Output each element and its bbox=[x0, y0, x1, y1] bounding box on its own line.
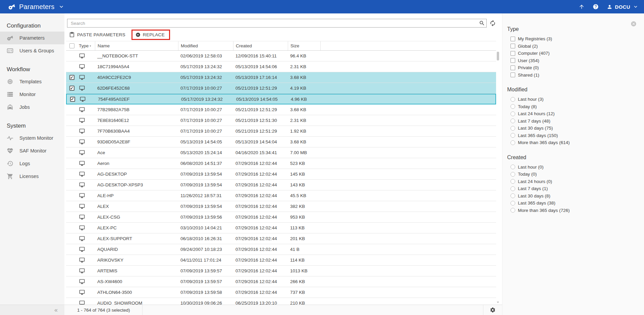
table-row[interactable]: Aeron06/08/2020 14:51:3707/29/2016 12:02… bbox=[66, 158, 496, 169]
table-row[interactable]: 7F70B630BAA407/17/2019 10:00:2705/21/201… bbox=[66, 126, 496, 137]
filter-option-my-registries-3[interactable]: My Registries (3) bbox=[511, 35, 644, 43]
chevron-down-icon[interactable] bbox=[58, 3, 65, 10]
filter-option-today-8[interactable]: Today (8) bbox=[511, 103, 644, 110]
table-row[interactable]: 93D8D05A2E8F05/13/2019 14:54:0505/13/201… bbox=[66, 137, 496, 147]
table-row[interactable]: Ace05/13/2020 15:24:1404/16/2020 15:34:4… bbox=[66, 147, 496, 158]
sidebar-item-licenses[interactable]: Licenses bbox=[0, 170, 64, 183]
filter-option-more-than-365-days-726[interactable]: More than 365 days (726) bbox=[511, 207, 644, 214]
filter-option-last-365-days-38[interactable]: Last 365 days (38) bbox=[511, 199, 644, 207]
refresh-icon[interactable] bbox=[489, 20, 496, 27]
table-row[interactable]: ALE-HP11/26/2012 18:57:3107/29/2016 12:0… bbox=[66, 190, 496, 201]
table-row[interactable]: ARIKOVSKY04/11/2011 17:01:2407/29/2016 1… bbox=[66, 255, 496, 266]
scrollbar-thumb[interactable] bbox=[497, 52, 499, 60]
radio-icon[interactable] bbox=[511, 126, 515, 131]
row-checkbox[interactable]: ✓ bbox=[69, 86, 74, 91]
search-icon[interactable] bbox=[478, 20, 486, 26]
checkbox-icon[interactable] bbox=[511, 58, 515, 63]
filter-option-computer-407[interactable]: Computer (407) bbox=[511, 50, 644, 57]
checkbox-icon[interactable] bbox=[511, 51, 515, 56]
filter-option-last-30-days-8[interactable]: Last 30 days (8) bbox=[511, 192, 644, 200]
checkbox-icon[interactable] bbox=[511, 73, 515, 77]
sidebar-item-system-monitor[interactable]: System Monitor bbox=[0, 132, 64, 144]
filter-option-last-7-days-48[interactable]: Last 7 days (48) bbox=[511, 118, 644, 125]
radio-icon[interactable] bbox=[511, 179, 515, 184]
table-row[interactable]: 77B29B82A75B07/17/2019 10:00:2705/21/201… bbox=[66, 104, 496, 115]
help-icon[interactable] bbox=[593, 4, 599, 10]
filter-option-today-0[interactable]: Today (0) bbox=[511, 171, 644, 178]
filter-option-user-354[interactable]: User (354) bbox=[511, 57, 644, 64]
table-row[interactable]: ATHLON64-350007/09/2019 13:59:5807/29/20… bbox=[66, 287, 496, 298]
column-header-type[interactable]: Type bbox=[77, 41, 95, 50]
table-settings-button[interactable] bbox=[483, 305, 502, 315]
column-header-size[interactable]: Size bbox=[288, 41, 320, 50]
radio-icon[interactable] bbox=[511, 104, 515, 109]
sidebar-item-parameters[interactable]: Parameters bbox=[0, 32, 64, 44]
filter-option-last-30-days-75[interactable]: Last 30 days (75) bbox=[511, 125, 644, 132]
table-row[interactable]: 7E8E81640E1207/17/2019 10:00:2705/21/201… bbox=[66, 115, 496, 126]
filter-option-last-24-hours-12[interactable]: Last 24 hours (12) bbox=[511, 110, 644, 118]
filter-option-last-7-days-1[interactable]: Last 7 days (1) bbox=[511, 185, 644, 192]
filter-option-more-than-365-days-614[interactable]: More than 365 days (614) bbox=[511, 139, 644, 146]
caret-down-icon[interactable] bbox=[89, 44, 92, 48]
radio-icon[interactable] bbox=[511, 201, 515, 206]
table-row[interactable]: 18C71994A5A405/17/2019 13:24:3205/13/201… bbox=[66, 61, 496, 72]
close-icon[interactable] bbox=[631, 21, 637, 27]
radio-icon[interactable] bbox=[511, 111, 515, 116]
sidebar-collapse-button[interactable]: « bbox=[0, 305, 64, 315]
filter-option-label: More than 365 days (726) bbox=[518, 208, 570, 213]
checkbox-icon[interactable] bbox=[511, 44, 515, 48]
table-row[interactable]: ✓62D6FE452C6807/17/2019 10:00:2705/21/20… bbox=[66, 83, 496, 94]
sidebar-item-saf-monitor[interactable]: SAF Monitor bbox=[0, 144, 64, 157]
table-row[interactable]: AG-DESKTOP-XPSP307/09/2019 13:59:5407/29… bbox=[66, 180, 496, 190]
sidebar-item-logs[interactable]: Logs bbox=[0, 157, 64, 170]
sidebar-item-monitor[interactable]: Monitor bbox=[0, 88, 64, 101]
table-scrollbar[interactable] bbox=[496, 51, 500, 305]
table-row[interactable]: AG-DESKTOP07/09/2019 13:59:5407/29/2016 … bbox=[66, 169, 496, 180]
sidebar-item-users-groups[interactable]: Users & Groups bbox=[0, 44, 64, 57]
column-header-modified[interactable]: Modified bbox=[178, 41, 233, 50]
paste-parameters-button[interactable]: PASTE PARAMETERS bbox=[67, 31, 127, 39]
sidebar-item-templates[interactable]: Templates bbox=[0, 75, 64, 88]
filter-option-last-hour-0[interactable]: Last hour (0) bbox=[511, 164, 644, 171]
table-row[interactable]: __NOTEBOOK-STT02/06/2019 12:58:0312/09/2… bbox=[66, 51, 496, 61]
table-row[interactable]: AUDIO_SHOWROOM10/30/2019 09:06:2606/25/2… bbox=[66, 298, 496, 305]
filter-option-private-0[interactable]: Private (0) bbox=[511, 64, 644, 72]
scrollbar-down-icon[interactable] bbox=[496, 300, 500, 304]
table-row[interactable]: ALEX-CSG07/09/2019 13:59:5607/29/2016 12… bbox=[66, 212, 496, 223]
row-checkbox[interactable]: ✓ bbox=[69, 75, 74, 80]
table-row[interactable]: AQUARID09/24/2007 10:18:2307/29/2016 12:… bbox=[66, 244, 496, 255]
radio-icon[interactable] bbox=[511, 193, 515, 198]
radio-icon[interactable] bbox=[511, 133, 515, 138]
filter-option-last-hour-3[interactable]: Last hour (3) bbox=[511, 96, 644, 103]
checkbox-icon[interactable] bbox=[511, 65, 515, 70]
column-header-blank bbox=[320, 41, 496, 50]
radio-icon[interactable] bbox=[511, 140, 515, 145]
table-row[interactable]: AS-XW460007/09/2019 13:59:5707/29/2016 1… bbox=[66, 276, 496, 287]
table-row[interactable]: ALEX-PC03/10/2010 14:04:2107/29/2016 12:… bbox=[66, 223, 496, 233]
radio-icon[interactable] bbox=[511, 119, 515, 123]
filter-option-global-2[interactable]: Global (2) bbox=[511, 43, 644, 50]
column-header-name[interactable]: Name bbox=[95, 41, 178, 50]
radio-icon[interactable] bbox=[511, 172, 515, 177]
filter-option-shared-1[interactable]: Shared (1) bbox=[511, 72, 644, 79]
table-row[interactable]: ALEX07/09/2019 13:59:5407/29/2016 12:02:… bbox=[66, 201, 496, 212]
checkbox-icon[interactable] bbox=[511, 37, 515, 41]
radio-icon[interactable] bbox=[511, 186, 515, 191]
column-header-created[interactable]: Created bbox=[233, 41, 288, 50]
radio-icon[interactable] bbox=[511, 165, 515, 169]
replace-button[interactable]: REPLACE bbox=[133, 31, 167, 39]
user-menu[interactable]: DOCU bbox=[607, 4, 639, 10]
arrow-up-icon[interactable] bbox=[579, 4, 585, 10]
table-row[interactable]: ALEX-SUPPORT06/18/2010 16:26:3107/29/201… bbox=[66, 233, 496, 244]
row-checkbox[interactable]: ✓ bbox=[70, 97, 75, 102]
filter-option-last-24-hours-0[interactable]: Last 24 hours (0) bbox=[511, 178, 644, 185]
table-row[interactable]: ✓754F495A02EF05/17/2019 13:24:3205/13/20… bbox=[66, 94, 496, 104]
radio-icon[interactable] bbox=[511, 208, 515, 213]
search-input[interactable] bbox=[67, 21, 478, 26]
radio-icon[interactable] bbox=[511, 97, 515, 102]
sidebar-item-jobs[interactable]: Jobs bbox=[0, 101, 64, 114]
filter-option-last-365-days-150[interactable]: Last 365 days (150) bbox=[511, 132, 644, 139]
select-all-checkbox[interactable] bbox=[69, 43, 74, 48]
table-row[interactable]: ARTEMIS07/09/2019 13:59:5707/29/2016 12:… bbox=[66, 266, 496, 276]
table-row[interactable]: ✓40A9CC2FE2C905/17/2019 13:24:3205/13/20… bbox=[66, 72, 496, 83]
